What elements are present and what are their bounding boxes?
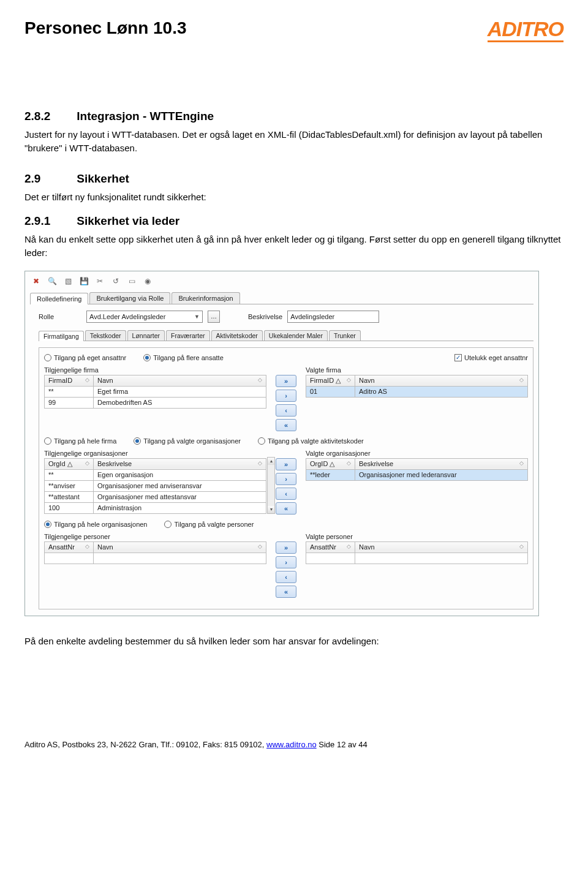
role-combo[interactable]: Avd.Leder Avdelingsleder ▼: [86, 311, 203, 323]
tab-brukerinformasjon[interactable]: Brukerinformasjon: [172, 292, 239, 304]
radio-valgte-personer[interactable]: Tilgang på valgte personer: [164, 521, 254, 528]
table-row[interactable]: **Egen organisasjon: [45, 469, 266, 480]
pers-left-col1: Navn: [97, 543, 113, 551]
radio-flere-ansatte-label: Tilgang på flere ansatte: [153, 354, 224, 361]
org-radio-row: Tilgang på hele firma Tilgang på valgte …: [44, 437, 528, 445]
heading-291-num: 2.9.1: [24, 214, 74, 228]
org-right-col0: OrgID: [310, 460, 328, 467]
checkbox-utelukk-label: Utelukk eget ansattnr: [464, 354, 528, 361]
tab-firmatilgang[interactable]: Firmatilgang: [39, 331, 84, 341]
tab-lonnarter[interactable]: Lønnarter: [127, 330, 165, 341]
firma-add-one-button[interactable]: ›: [276, 390, 296, 402]
table-row[interactable]: [45, 552, 266, 564]
radio-eget-ansattnr[interactable]: Tilgang på eget ansattnr: [44, 354, 126, 361]
pers-right-label: Valgte personer: [306, 533, 528, 540]
cut-icon[interactable]: ✂: [95, 276, 105, 286]
tab-aktivitetskoder[interactable]: Aktivitetskoder: [211, 330, 263, 341]
firma-add-all-button[interactable]: »: [276, 375, 296, 387]
radio-hele-org[interactable]: Tilgang på hele organisasjonen: [44, 521, 147, 528]
new-icon[interactable]: ▧: [63, 276, 73, 286]
table-row[interactable]: **Eget firma: [45, 386, 266, 397]
org-right-grid[interactable]: OrgID △◇Beskrivelse◇ **lederOrganisasjon…: [306, 458, 528, 481]
heading-282: 2.8.2 Integrasjon - WTTEngine: [24, 110, 564, 123]
checkbox-utelukk[interactable]: ✓Utelukk eget ansattnr: [454, 354, 528, 361]
undo-icon[interactable]: ↺: [111, 276, 121, 286]
table-row[interactable]: [306, 552, 528, 564]
firma-right-grid[interactable]: FirmaID △◇Navn◇ 01Aditro AS: [306, 375, 528, 398]
radio-hele-org-label: Tilgang på hele organisasjonen: [54, 521, 147, 528]
firma-right-label: Valgte firma: [306, 366, 528, 374]
org-rem-all-button[interactable]: «: [276, 502, 296, 515]
firma-rem-all-button[interactable]: «: [276, 419, 296, 431]
para-29: Det er tilført ny funksjonalitet rundt s…: [24, 190, 564, 204]
org-left-scrollbar[interactable]: ▴▾: [267, 457, 275, 514]
close-icon[interactable]: ✖: [31, 276, 41, 286]
pers-add-all-button[interactable]: »: [276, 541, 296, 554]
search-icon[interactable]: 🔍: [47, 276, 57, 286]
firma-right-col1: Navn: [359, 377, 375, 384]
firma-transfer: Tilgjengelige firma FirmaID◇Navn◇ **Eget…: [44, 364, 528, 431]
help-icon[interactable]: ◉: [143, 276, 153, 286]
tab-brukertilgang[interactable]: Brukertilgang via Rolle: [89, 292, 170, 304]
doc-title: Personec Lønn 10.3: [24, 18, 187, 38]
radio-valgte-org[interactable]: Tilgang på valgte organisasjoner: [134, 437, 241, 445]
heading-282-title: Integrasjon - WTTEngine: [77, 110, 214, 123]
table-row[interactable]: **attestantOrganisasjoner med attestansv…: [45, 491, 266, 502]
logo: ADITRO: [488, 18, 564, 42]
firma-left-col1: Navn: [97, 377, 113, 384]
org-left-col0: OrgId: [48, 460, 66, 467]
radio-valgte-org-label: Tilgang på valgte organisasjoner: [143, 437, 241, 445]
radio-hele-firma[interactable]: Tilgang på hele firma: [44, 437, 116, 445]
desc-label: Beskrivelse: [248, 313, 282, 320]
footer-text-before: Aditro AS, Postboks 23, N-2622 Gran, Tlf…: [24, 740, 266, 749]
tab-fravararter[interactable]: Fraværarter: [166, 330, 209, 341]
tab-ukekalender[interactable]: Ukekalender Maler: [264, 330, 328, 341]
pers-rem-all-button[interactable]: «: [276, 586, 296, 598]
table-row[interactable]: 100Administrasjon: [45, 502, 266, 513]
org-left-grid[interactable]: OrgId △◇Beskrivelse◇ **Egen organisasjon…: [44, 458, 266, 514]
table-row[interactable]: **lederOrganisasjoner med lederansvar: [306, 469, 528, 480]
footer-text-after: Side 12 av 44: [317, 740, 368, 749]
org-right-label: Valgte organisasjoner: [306, 450, 528, 457]
footer: Aditro AS, Postboks 23, N-2622 Gran, Tlf…: [24, 740, 564, 749]
role-combo-value: Avd.Leder Avdelingsleder: [89, 313, 165, 320]
org-add-all-button[interactable]: »: [276, 458, 296, 470]
main-tabs: Rolledefinering Brukertilgang via Rolle …: [30, 292, 533, 304]
tab-rolledefinering[interactable]: Rolledefinering: [30, 293, 88, 304]
role-label: Rolle: [39, 313, 81, 320]
para-282: Justert for ny layout i WTT-databasen. D…: [24, 128, 564, 155]
org-left-label: Tilgjengelige organisasjoner: [44, 450, 266, 457]
firma-left-label: Tilgjengelige firma: [44, 366, 266, 374]
footer-link[interactable]: www.aditro.no: [266, 740, 317, 749]
table-row[interactable]: **anviserOrganisasjoner med anviseransva…: [45, 480, 266, 491]
firma-left-grid[interactable]: FirmaID◇Navn◇ **Eget firma 99Demobedrift…: [44, 375, 266, 409]
para-291: Nå kan du enkelt sette opp sikkerhet ute…: [24, 233, 564, 260]
radio-valgte-aktkoder-label: Tilgang på valgte aktivitetskoder: [268, 437, 364, 445]
table-row[interactable]: 99Demobedriften AS: [45, 397, 266, 408]
org-transfer: Tilgjengelige organisasjoner OrgId △◇Bes…: [44, 447, 528, 515]
tab-tekstkoder[interactable]: Tekstkoder: [85, 330, 126, 341]
table-row[interactable]: 01Aditro AS: [306, 386, 528, 397]
radio-valgte-personer-label: Tilgang på valgte personer: [174, 521, 254, 528]
firma-left-col0: FirmaID: [48, 377, 72, 384]
pers-rem-one-button[interactable]: ‹: [276, 571, 296, 583]
pers-left-grid[interactable]: AnsattNr◇Navn◇: [44, 541, 266, 564]
page-icon[interactable]: ▭: [127, 276, 137, 286]
heading-291-title: Sikkerhet via leder: [77, 214, 179, 227]
firma-rem-one-button[interactable]: ‹: [276, 404, 296, 417]
save-icon[interactable]: 💾: [79, 276, 89, 286]
radio-flere-ansatte[interactable]: Tilgang på flere ansatte: [143, 354, 224, 361]
chevron-down-icon: ▼: [194, 314, 200, 320]
org-right-col1: Beskrivelse: [359, 460, 393, 467]
role-lookup-button[interactable]: …: [208, 311, 220, 323]
pers-add-one-button[interactable]: ›: [276, 556, 296, 568]
pers-right-grid[interactable]: AnsattNr◇Navn◇: [306, 541, 528, 564]
radio-hele-firma-label: Tilgang på hele firma: [54, 437, 116, 445]
desc-field[interactable]: Avdelingsleder: [287, 311, 379, 323]
tab-trunker[interactable]: Trunker: [329, 330, 361, 341]
org-rem-one-button[interactable]: ‹: [276, 488, 296, 500]
org-add-one-button[interactable]: ›: [276, 473, 296, 485]
radio-valgte-aktkoder[interactable]: Tilgang på valgte aktivitetskoder: [258, 437, 364, 445]
pers-left-col0: AnsattNr: [48, 543, 75, 551]
inner-tabs: Firmatilgang Tekstkoder Lønnarter Fravær…: [39, 330, 533, 341]
